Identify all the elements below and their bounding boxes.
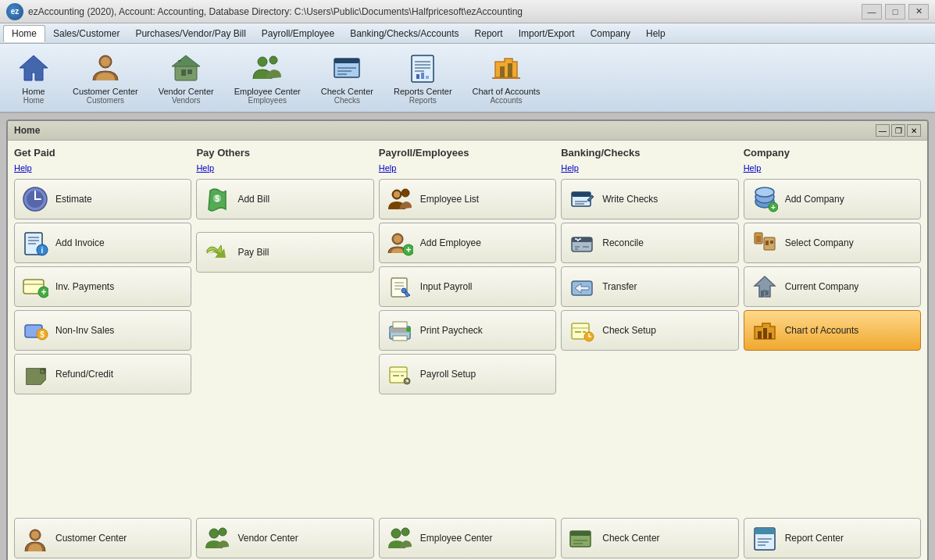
svg-rect-22: [426, 76, 429, 79]
toolbar-employee-label: Employee Center: [234, 87, 301, 96]
select-company-icon: [751, 229, 779, 257]
customer-center-icon: [88, 51, 123, 85]
svg-rect-99: [758, 331, 762, 339]
minimize-button[interactable]: —: [862, 4, 882, 20]
menu-purchases[interactable]: Purchases/Vendor/Pay Bill: [127, 26, 253, 41]
inv-payments-button[interactable]: + Inv. Payments: [14, 266, 191, 307]
payroll-help[interactable]: Help: [379, 163, 556, 173]
non-inv-sales-button[interactable]: $ Non-Inv Sales: [14, 310, 191, 351]
refund-credit-button[interactable]: Refund/Credit: [14, 354, 191, 394]
transfer-label: Transfer: [602, 281, 637, 292]
svg-rect-7: [178, 60, 181, 62]
vendor-center-label: Vendor Center: [237, 533, 298, 544]
svg-rect-100: [763, 328, 767, 339]
input-payroll-button[interactable]: Input Payroll: [379, 266, 556, 307]
chart-of-accounts-bottom-icon: [751, 316, 779, 344]
payroll-setup-button[interactable]: Payroll Setup: [379, 354, 556, 394]
svg-text:i: i: [41, 246, 44, 255]
svg-point-8: [258, 57, 267, 66]
report-center-label: Report Center: [785, 533, 844, 544]
get-paid-title: Get Paid: [14, 147, 191, 159]
toolbar-employee-center[interactable]: Employee Center Employees: [226, 47, 309, 109]
check-setup-icon: [568, 316, 596, 344]
menu-report[interactable]: Report: [467, 26, 511, 41]
toolbar-customer-sublabel: Customers: [87, 96, 124, 105]
customer-center-bottom-label: Customer Center: [55, 533, 127, 544]
menu-import[interactable]: Import/Export: [511, 26, 583, 41]
toolbar-home-sublabel: Home: [23, 96, 45, 105]
pay-bill-button[interactable]: Pay Bill: [196, 232, 373, 273]
svg-text:$: $: [216, 194, 220, 203]
svg-rect-97: [761, 291, 764, 297]
estimate-button[interactable]: Estimate: [14, 179, 191, 219]
panel-payroll: Payroll/Employees Help Employee List: [379, 147, 556, 558]
close-button[interactable]: ✕: [908, 4, 929, 20]
menu-help[interactable]: Help: [638, 26, 673, 41]
toolbar-coa-label: Chart of Accounts: [473, 87, 541, 96]
write-checks-label: Write Checks: [602, 194, 658, 205]
check-center-bottom-label: Check Center: [602, 533, 659, 544]
svg-point-45: [219, 528, 227, 536]
check-setup-button[interactable]: Check Setup: [561, 310, 738, 351]
company-help[interactable]: Help: [744, 163, 921, 173]
check-center-icon: [330, 51, 364, 85]
toolbar-reports-center[interactable]: Reports Center Reports: [385, 47, 461, 109]
svg-rect-101: [769, 333, 772, 339]
employee-list-button[interactable]: Employee List: [379, 179, 556, 219]
toolbar-check-sublabel: Checks: [334, 96, 360, 105]
maximize-button[interactable]: □: [885, 4, 905, 20]
inner-minimize-button[interactable]: —: [876, 124, 890, 137]
svg-point-9: [269, 56, 277, 64]
toolbar-check-center[interactable]: Check Center Checks: [312, 47, 382, 109]
svg-point-50: [394, 235, 401, 243]
svg-rect-65: [401, 375, 404, 376]
add-bill-button[interactable]: $ Add Bill: [196, 179, 373, 219]
inner-window-titlebar: Home — ❐ ✕: [8, 121, 927, 141]
customer-center-bottom-button[interactable]: Customer Center: [14, 518, 191, 558]
pay-others-help[interactable]: Help: [196, 163, 373, 173]
reconcile-button[interactable]: Reconcile: [561, 223, 738, 263]
print-paycheck-icon: [386, 316, 414, 344]
menu-home[interactable]: Home: [3, 25, 45, 42]
report-center-button[interactable]: Report Center: [744, 518, 921, 558]
transfer-button[interactable]: Transfer: [561, 266, 738, 307]
menu-payroll[interactable]: Payroll/Employee: [254, 26, 342, 41]
inner-close-button[interactable]: ✕: [907, 124, 921, 137]
select-company-button[interactable]: Select Company: [744, 223, 921, 263]
employee-list-label: Employee List: [420, 194, 479, 205]
add-invoice-label: Add Invoice: [55, 237, 105, 248]
menu-banking[interactable]: Banking/Checks/Accounts: [342, 26, 466, 41]
employee-list-icon: [386, 185, 414, 213]
write-checks-button[interactable]: Write Checks: [561, 179, 738, 219]
svg-rect-11: [334, 59, 359, 63]
add-employee-button[interactable]: + Add Employee: [379, 223, 556, 263]
inner-restore-button[interactable]: ❐: [891, 124, 905, 137]
employee-center-bottom-button[interactable]: Employee Center: [379, 518, 556, 558]
svg-rect-24: [508, 63, 512, 77]
toolbar-chart-of-accounts[interactable]: Chart of Accounts Accounts: [464, 47, 549, 109]
title-controls: — □ ✕: [862, 4, 929, 20]
add-company-button[interactable]: + Add Company: [744, 179, 921, 219]
inner-window-title-text: Home: [14, 125, 40, 136]
toolbar-customer-center[interactable]: Customer Center Customers: [64, 47, 147, 109]
current-company-button[interactable]: Current Company: [744, 266, 921, 307]
svg-rect-60: [393, 322, 407, 328]
menu-company[interactable]: Company: [583, 26, 638, 41]
svg-text:+: +: [405, 244, 411, 255]
estimate-label: Estimate: [55, 194, 92, 205]
svg-point-41: [31, 531, 39, 539]
input-payroll-icon: [386, 273, 414, 301]
banking-help[interactable]: Help: [561, 163, 738, 173]
add-invoice-button[interactable]: i Add Invoice: [14, 223, 191, 263]
check-center-bottom-button[interactable]: Check Center: [561, 518, 738, 558]
select-company-label: Select Company: [785, 237, 854, 248]
vendor-center-icon2: [203, 524, 231, 552]
get-paid-help[interactable]: Help: [14, 163, 191, 173]
vendor-center-button[interactable]: Vendor Center: [196, 518, 373, 558]
toolbar-vendor-center[interactable]: Vendor Center Vendors: [150, 47, 223, 109]
print-paycheck-button[interactable]: Print Paycheck: [379, 310, 556, 351]
chart-of-accounts-bottom-button[interactable]: Chart of Accounts: [744, 310, 921, 351]
toolbar-customer-label: Customer Center: [73, 87, 138, 96]
toolbar-home[interactable]: Home Home: [6, 47, 61, 109]
menu-sales[interactable]: Sales/Customer: [45, 26, 127, 41]
